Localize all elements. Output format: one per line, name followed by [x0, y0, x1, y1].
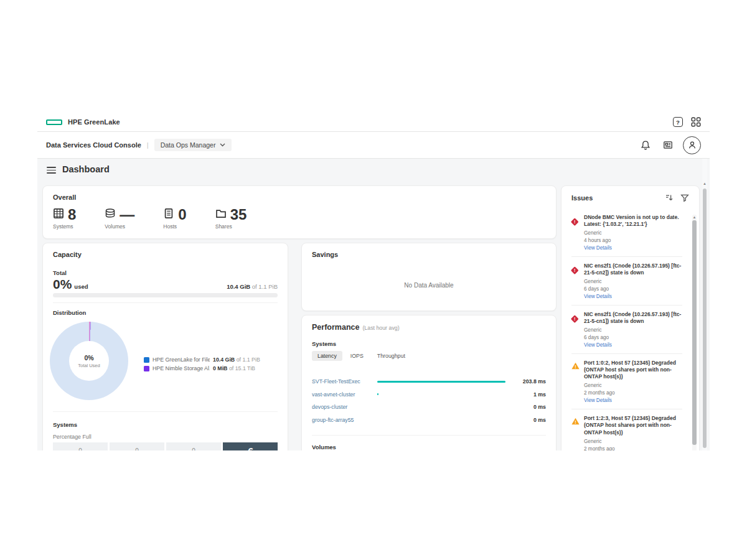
- capacity-card: Capacity Total 0% used 10.4 GiB of 1.1 P…: [42, 243, 288, 450]
- issues-panel: Issues !: [561, 185, 700, 450]
- legend-name: HPE GreenLake for File...: [153, 357, 210, 363]
- performance-tab[interactable]: IOPS: [345, 351, 369, 361]
- latency-bar-track: [377, 419, 505, 421]
- system-link[interactable]: SVT-Fleet-TestExec: [312, 378, 371, 385]
- critical-icon: !: [571, 315, 578, 322]
- issue-time: 2 months ago: [584, 390, 682, 396]
- hosts-icon: [163, 208, 174, 219]
- overall-card: Overall 8 Systems — Volumes: [42, 185, 557, 239]
- contextual-help-button[interactable]: [663, 140, 673, 150]
- overall-stat[interactable]: 8 Systems: [53, 207, 76, 230]
- chevron-down-icon: [220, 143, 225, 147]
- performance-tabs: LatencyIOPSThroughput: [312, 351, 546, 361]
- capacity-donut-chart: 0% Total Used: [50, 322, 128, 400]
- issue-title: NIC ens2f1 (Cnode (10.226.57.195) [ftc-2…: [584, 263, 682, 276]
- capacity-legend: HPE GreenLake for File... 10.4 GiB of 1.…: [144, 357, 278, 374]
- distribution-label: Distribution: [53, 309, 278, 316]
- notifications-button[interactable]: [641, 140, 651, 151]
- performance-subtitle: (Last hour avg): [362, 325, 399, 331]
- performance-row: group-ftc-array55 0 ms: [312, 414, 546, 427]
- view-details-link[interactable]: View Details: [584, 294, 682, 299]
- stat-value: —: [120, 207, 134, 222]
- scroll-up-icon[interactable]: ▲: [692, 215, 697, 220]
- performance-tab[interactable]: Latency: [312, 351, 342, 361]
- app-switcher-button[interactable]: [691, 117, 701, 127]
- issue-category: Generic: [584, 230, 682, 236]
- capacity-progress-bar: [53, 293, 278, 297]
- overall-stat[interactable]: — Volumes: [105, 207, 134, 230]
- system-link[interactable]: devops-cluster: [312, 404, 371, 410]
- performance-title: Performance: [312, 323, 359, 332]
- divider: [312, 435, 546, 436]
- scroll-up-icon[interactable]: ▲: [702, 181, 707, 186]
- segment[interactable]: 0: [53, 442, 108, 450]
- donut-center-label: Total Used: [78, 363, 100, 368]
- menu-button[interactable]: [47, 167, 56, 175]
- performance-row: vast-avnet-cluster 1 ms: [312, 388, 546, 401]
- app-selector-dropdown[interactable]: Data Ops Manager: [154, 139, 232, 151]
- sort-button[interactable]: [665, 194, 674, 202]
- issues-scrollbar-thumb[interactable]: [692, 220, 697, 445]
- stat-label: Shares: [215, 223, 247, 230]
- issue-title: NIC ens2f1 (Cnode (10.226.57.193) [ftc-2…: [584, 311, 682, 325]
- overall-title: Overall: [53, 194, 546, 201]
- critical-icon: !: [571, 266, 578, 274]
- help-button[interactable]: ?: [673, 117, 683, 127]
- issue-time: 2 months ago: [584, 446, 682, 450]
- view-details-link[interactable]: View Details: [584, 342, 682, 348]
- issues-title: Issues: [571, 194, 593, 202]
- overall-stats: 8 Systems — Volumes 0: [53, 207, 546, 230]
- divider: [53, 302, 278, 303]
- segment[interactable]: 0: [110, 442, 164, 450]
- shares-icon: [215, 208, 227, 222]
- view-details-link[interactable]: View Details: [584, 398, 682, 403]
- capacity-total-label: Total: [53, 269, 278, 276]
- view-details-link[interactable]: View Details: [584, 245, 682, 251]
- issues-list: ! DNode BMC Version is not up to date. L…: [571, 208, 682, 450]
- system-link[interactable]: vast-avnet-cluster: [312, 391, 371, 398]
- latency-bar-track: [377, 381, 505, 383]
- capacity-systems-label: Systems: [53, 421, 278, 428]
- page-scrollbar-thumb[interactable]: [703, 189, 707, 448]
- svg-text:!: !: [575, 364, 576, 370]
- volumes-icon: [105, 208, 116, 222]
- issue-category: Generic: [584, 383, 682, 388]
- issue-title: DNode BMC Version is not up to date. Lat…: [584, 214, 682, 228]
- overall-stat[interactable]: 35 Shares: [215, 207, 247, 230]
- legend-value: 10.4 GiB of 1.1 PiB: [213, 357, 260, 363]
- system-link[interactable]: group-ftc-array55: [312, 417, 371, 423]
- donut-center-value: 0%: [84, 354, 93, 362]
- legend-swatch: [144, 357, 149, 363]
- hpe-logo-icon: [46, 119, 62, 125]
- divider: [53, 411, 278, 412]
- page-title: Dashboard: [62, 164, 110, 174]
- overall-stat[interactable]: 0 Hosts: [163, 207, 186, 230]
- performance-tab[interactable]: Throughput: [372, 351, 411, 361]
- legend-row: HPE Nimble Storage Al... 0 MiB of 15.1 T…: [144, 365, 278, 371]
- performance-row: devops-cluster 0 ms: [312, 401, 546, 414]
- issue-time: 4 hours ago: [584, 238, 682, 243]
- bell-icon: [641, 140, 651, 151]
- issues-scrollbar[interactable]: ▲ ▼: [692, 215, 697, 450]
- segment[interactable]: 6: [223, 442, 278, 450]
- console-header: Data Services Cloud Console | Data Ops M…: [37, 132, 710, 159]
- segment[interactable]: 0: [166, 442, 221, 450]
- critical-icon: !: [571, 214, 580, 251]
- dashboard-area: Dashboard Overall 8 Systems —: [37, 159, 710, 450]
- issue-title: Port 1:2:3, Host 57 (12345) Degraded (ON…: [584, 415, 682, 436]
- app-selector-value: Data Ops Manager: [161, 141, 216, 149]
- legend-value: 0 MiB of 15.1 TiB: [213, 365, 255, 371]
- filter-button[interactable]: [680, 194, 689, 202]
- savings-empty-text: No Data Available: [302, 282, 556, 289]
- page-scrollbar[interactable]: ▲: [702, 159, 707, 450]
- latency-bar-track: [377, 393, 505, 395]
- issue-item: ! NIC ens2f1 (Cnode (10.226.57.193) [ftc…: [571, 306, 682, 354]
- latency-bar-track: [377, 406, 505, 408]
- performance-row: SVT-Fleet-TestExec 203.8 ms: [312, 375, 546, 388]
- user-avatar-button[interactable]: [683, 136, 701, 154]
- scroll-down-icon[interactable]: ▼: [692, 450, 697, 450]
- percentage-full-label: Percentage Full: [53, 434, 278, 440]
- performance-rows: SVT-Fleet-TestExec 203.8 ms vast-avnet-c…: [312, 375, 546, 426]
- performance-volumes-label: Volumes: [312, 444, 546, 450]
- shares-icon: [215, 208, 227, 219]
